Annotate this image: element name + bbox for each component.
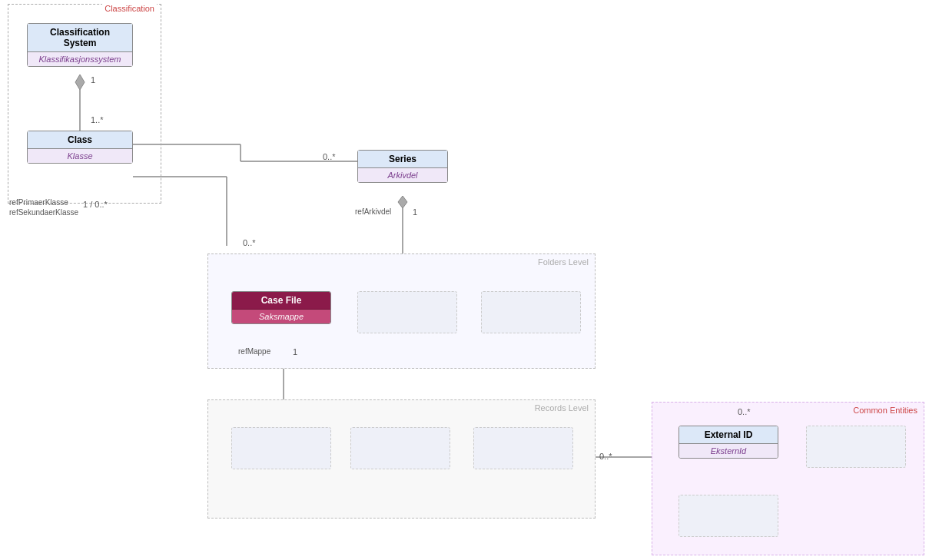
class-title: Class	[28, 131, 132, 149]
mult-class-series: 0..*	[323, 152, 336, 161]
ref-mappe-label: refMappe	[238, 347, 270, 356]
common-entities-label: Common Entities	[853, 406, 917, 415]
ghost-box-folders-3	[481, 291, 581, 333]
diagram-canvas: Classification Classification System Kla…	[0, 0, 929, 560]
folders-level-label: Folders Level	[538, 257, 589, 267]
ghost-box-folders-2	[357, 291, 457, 333]
series-mult-1: 1	[413, 207, 417, 217]
node-external-id[interactable]: External ID EksternId	[679, 426, 778, 459]
case-file-subtitle: Saksmappe	[232, 310, 330, 323]
ref-arkivdel-label: refArkivdel	[355, 207, 391, 216]
common-entities-container: Common Entities External ID EksternId	[652, 402, 924, 555]
mult-records: 0..*	[599, 452, 612, 461]
classification-system-title: Classification System	[28, 24, 132, 52]
ghost-box-records-2	[350, 427, 450, 469]
classification-label: Classification	[102, 4, 157, 13]
series-subtitle: Arkivdel	[358, 168, 447, 182]
ref-sekundar-label: refSekundaerKlasse	[9, 208, 78, 217]
external-id-subtitle: EksternId	[679, 444, 778, 458]
node-classification-system[interactable]: Classification System Klassifikasjonssys…	[27, 23, 133, 67]
class-mult-ref: 1 / 0..*	[83, 200, 108, 209]
class-subtitle: Klasse	[28, 149, 132, 163]
records-level-label: Records Level	[535, 403, 589, 413]
ghost-box-records-3	[473, 427, 573, 469]
ghost-box-common-2	[679, 495, 778, 537]
mult-common: 0..*	[738, 407, 751, 416]
external-id-title: External ID	[679, 426, 778, 444]
node-class[interactable]: Class Klasse	[27, 131, 133, 164]
mult-1-bottom: 1..*	[91, 115, 104, 124]
node-series[interactable]: Series Arkivdel	[357, 150, 448, 183]
records-level-container: Records Level	[207, 399, 596, 519]
svg-marker-5	[398, 196, 407, 208]
ref-primaer-label: refPrimaerKlasse	[9, 198, 68, 207]
ghost-box-records-1	[231, 427, 331, 469]
classification-system-subtitle: Klassifikasjonssystem	[28, 52, 132, 66]
ghost-box-common-1	[806, 426, 906, 468]
case-file-title: Case File	[232, 292, 330, 310]
mult-1-top: 1	[91, 75, 95, 84]
series-title: Series	[358, 151, 447, 168]
node-case-file[interactable]: Case File Saksmappe	[231, 291, 331, 324]
ref-mappe-mult: 1	[293, 347, 297, 356]
mult-series-folders: 0..*	[243, 238, 256, 247]
